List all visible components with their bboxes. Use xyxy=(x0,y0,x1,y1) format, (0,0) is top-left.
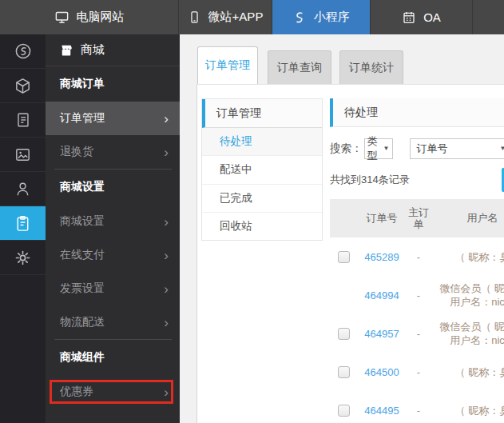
tab-order-management[interactable]: 订单管理 xyxy=(197,46,258,84)
filter-orderno-select[interactable]: 订单号 ▼ xyxy=(410,138,504,159)
top-tab-miniprogram[interactable]: 小程序 xyxy=(272,0,370,34)
rail-document-icon[interactable] xyxy=(0,103,46,138)
sidebar-item-invoice-settings[interactable]: 发票设置 › xyxy=(46,272,180,305)
sidebar-shop-title-label: 商城 xyxy=(81,42,105,58)
order-number-link[interactable]: 464994 xyxy=(364,289,399,301)
content-tab-bar: 订单管理 订单查询 订单统计 xyxy=(180,46,504,84)
rail-products-cube-icon[interactable] xyxy=(0,69,46,103)
row-checkbox[interactable] xyxy=(338,328,350,340)
subnav-item-delivering[interactable]: 配送中 xyxy=(202,156,322,184)
phone-icon xyxy=(188,10,201,25)
order-number-link[interactable]: 464500 xyxy=(364,366,399,378)
subnav-item-pending[interactable]: 待处理 xyxy=(202,128,322,156)
chevron-right-icon: › xyxy=(164,215,169,229)
sidebar-item-label: 物流配送 xyxy=(60,315,105,329)
sidebar-item-shop-settings[interactable]: 商城设置 › xyxy=(46,205,180,238)
store-icon xyxy=(59,43,73,58)
top-tab-oa[interactable]: OA xyxy=(370,0,473,34)
subnav-title: 订单管理 xyxy=(202,99,322,128)
sidebar-shop-title: 商城 xyxy=(46,34,180,66)
chevron-down-icon: ▼ xyxy=(383,145,390,152)
chevron-right-icon: › xyxy=(164,282,169,296)
subnav-item-completed[interactable]: 已完成 xyxy=(202,185,322,213)
subnav-item-recycle-bin[interactable]: 回收站 xyxy=(202,213,322,240)
sidebar-menu: 商城 商城订单 订单管理 › 退换货 › 商城设置 商城设置 › 在线支付 › … xyxy=(46,34,180,423)
username-cell: 微信会员（ 昵称： 用户名：nicky xyxy=(415,320,504,347)
sidebar-item-label: 在线支付 xyxy=(60,248,105,262)
result-count: 共找到314条记录 xyxy=(330,173,410,187)
top-tab-label: 小程序 xyxy=(314,10,350,25)
table-row: 464957 - 微信会员（ 昵称： 用户名：nicky xyxy=(330,314,504,353)
sidebar-item-coupons[interactable]: 优惠券 › xyxy=(46,375,180,409)
result-row: 共找到314条记录 数据导出 xyxy=(330,168,504,192)
sidebar-item-order-management[interactable]: 订单管理 › xyxy=(46,102,180,135)
sidebar-item-online-payment[interactable]: 在线支付 › xyxy=(46,238,180,272)
username-line: （ 昵称：臭 xyxy=(415,365,504,379)
row-checkbox[interactable] xyxy=(338,366,350,378)
username-line: 微信会员（ 昵称： xyxy=(415,281,504,295)
sidebar-item-label: 退换货 xyxy=(60,145,93,159)
chevron-right-icon: › xyxy=(164,112,169,126)
username-line: （ 昵称：臭 xyxy=(415,250,504,264)
table-row: 465289 - （ 昵称：臭 xyxy=(330,237,504,276)
filter-type-select[interactable]: 类型 ▼ xyxy=(364,138,393,159)
username-line: 微信会员（ 昵称： xyxy=(415,320,504,333)
table-row: 464994 - 微信会员（ 昵称： 用户名：nicky xyxy=(330,276,504,314)
sidebar-item-returns[interactable]: 退换货 › xyxy=(46,135,180,169)
rail-user-icon[interactable] xyxy=(0,172,46,206)
sidebar-group-header-settings: 商城设置 xyxy=(46,170,180,205)
filter-orderno-value: 订单号 xyxy=(417,142,448,156)
order-number-link[interactable]: 464495 xyxy=(364,405,399,417)
top-tab-label: 微站+APP xyxy=(208,10,264,25)
search-row: 搜索： 类型 ▼ 订单号 ▼ xyxy=(330,138,504,159)
sidebar-group-header-components: 商城组件 xyxy=(46,340,180,375)
section-title: 待处理 xyxy=(330,98,504,127)
rail-miniprogram-icon[interactable] xyxy=(0,34,46,69)
chevron-right-icon: › xyxy=(164,316,169,329)
rail-orders-clipboard-icon[interactable] xyxy=(0,206,46,241)
miniprogram-icon xyxy=(292,10,307,25)
tab-order-query[interactable]: 订单查询 xyxy=(268,50,331,84)
header-username: 用户名 xyxy=(415,212,504,225)
table-row: 464500 - （ 昵称：臭 xyxy=(330,353,504,391)
username-line: 用户名：nicky xyxy=(415,333,504,347)
top-tab-pc-site[interactable]: 电脑网站 xyxy=(0,0,178,34)
top-navigation-bar: 电脑网站 微站+APP 小程序 OA xyxy=(0,0,504,34)
sidebar-item-label: 订单管理 xyxy=(60,111,105,126)
username-line: 用户名：nicky xyxy=(415,295,504,309)
sidebar-group-header-orders: 商城订单 xyxy=(46,66,180,102)
calendar-icon xyxy=(402,10,416,25)
rail-settings-gear-icon[interactable] xyxy=(0,241,46,275)
top-tab-label: 电脑网站 xyxy=(77,10,125,25)
icon-rail xyxy=(0,34,46,423)
content-pane: 订单管理 待处理 配送中 已完成 回收站 待处理 搜索： 类型 ▼ 订单号 ▼ xyxy=(196,84,504,423)
orders-table: 订单号 主订单 用户名 465289 - （ 昵称：臭 464994 - 微信会… xyxy=(330,199,504,423)
table-row: 464495 - （ 昵称：臭 xyxy=(330,391,504,423)
row-checkbox[interactable] xyxy=(338,405,350,417)
pending-orders-section: 待处理 搜索： 类型 ▼ 订单号 ▼ 共找到314条记录 数据导出 xyxy=(330,98,504,423)
top-tab-label: OA xyxy=(423,10,441,24)
username-cell: （ 昵称：臭 xyxy=(415,250,504,264)
top-tab-mobile-app[interactable]: 微站+APP xyxy=(178,0,272,34)
sidebar-item-label: 发票设置 xyxy=(60,281,105,296)
order-subnav-card: 订单管理 待处理 配送中 已完成 回收站 xyxy=(201,98,323,241)
search-label: 搜索： xyxy=(330,142,363,156)
monitor-icon xyxy=(54,10,69,25)
header-order-no: 订单号 xyxy=(357,211,407,225)
order-number-link[interactable]: 464957 xyxy=(364,328,399,340)
chevron-down-icon: ▼ xyxy=(500,145,504,152)
main-content: 订单管理 订单查询 订单统计 订单管理 待处理 配送中 已完成 回收站 待处理 … xyxy=(180,34,504,423)
sidebar-item-logistics[interactable]: 物流配送 › xyxy=(46,305,180,339)
username-cell: （ 昵称：臭 xyxy=(415,404,504,417)
rail-image-icon[interactable] xyxy=(0,138,46,172)
order-number-link[interactable]: 465289 xyxy=(364,251,399,263)
table-header: 订单号 主订单 用户名 xyxy=(330,199,504,237)
tab-order-statistics[interactable]: 订单统计 xyxy=(339,50,403,84)
chevron-right-icon: › xyxy=(164,146,169,159)
username-cell: 微信会员（ 昵称： 用户名：nicky xyxy=(415,281,504,309)
filter-type-value: 类型 xyxy=(367,134,383,163)
username-cell: （ 昵称：臭 xyxy=(415,365,504,379)
username-line: （ 昵称：臭 xyxy=(415,404,504,417)
row-checkbox[interactable] xyxy=(338,251,350,263)
chevron-right-icon: › xyxy=(164,249,169,262)
